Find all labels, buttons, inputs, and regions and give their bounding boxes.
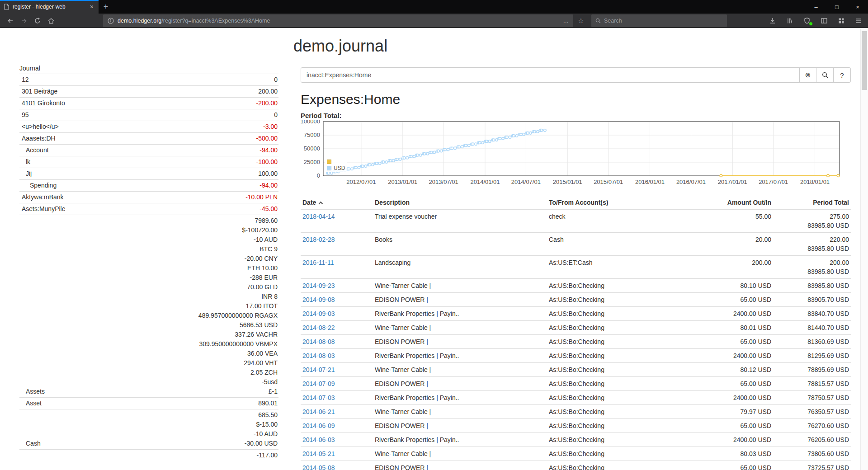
extension-icon[interactable] <box>801 15 813 27</box>
date-link[interactable]: 2014-09-08 <box>302 296 335 303</box>
query-input[interactable] <box>301 67 799 83</box>
extension-badge <box>809 22 813 26</box>
download-icon[interactable] <box>767 15 778 27</box>
close-button[interactable]: × <box>847 0 868 14</box>
minimize-button[interactable]: – <box>806 0 826 14</box>
date-link[interactable]: 2018-04-14 <box>302 213 335 220</box>
date-link[interactable]: 2014-08-03 <box>302 352 335 359</box>
table-row: 2018-02-28BooksCash20.00220.0083985.80 U… <box>301 233 851 256</box>
reload-icon[interactable] <box>31 14 44 27</box>
account-link[interactable]: 95 <box>22 111 29 118</box>
home-icon[interactable] <box>44 14 58 27</box>
date-link[interactable]: 2014-07-03 <box>302 394 335 401</box>
forward-icon[interactable] <box>17 14 31 27</box>
account-heading: Expenses:Home <box>301 92 851 107</box>
account-balance: -94.00 <box>114 145 278 156</box>
account-row: Aaasets:DH-500.00 <box>19 133 278 145</box>
accounts-sidebar: Journal 120301 Beiträge200.004101 Giroko… <box>19 64 278 470</box>
page-actions-icon[interactable]: … <box>563 18 569 24</box>
library-icon[interactable] <box>784 15 796 27</box>
toolbar-right-icons <box>767 15 864 27</box>
site-info-icon[interactable] <box>108 18 114 24</box>
date-link[interactable]: 2014-08-22 <box>302 324 335 331</box>
journal-link[interactable]: Journal <box>19 64 40 74</box>
date-link[interactable]: 2014-07-21 <box>302 366 335 373</box>
date-link[interactable]: 2014-09-03 <box>302 310 335 317</box>
account-link[interactable]: Asets:MunyPile <box>22 205 65 212</box>
svg-text:75000: 75000 <box>304 132 320 138</box>
page-content: demo.journal Journal 120301 Beiträge200.… <box>0 28 860 470</box>
new-tab-button[interactable]: + <box>99 0 113 14</box>
browser-tab[interactable]: register - hledger-web × <box>0 0 99 14</box>
svg-text:25000: 25000 <box>304 159 320 165</box>
column-header-account[interactable]: To/From Account(s) <box>547 196 696 209</box>
svg-text:0: 0 <box>317 172 320 179</box>
svg-text:2015/01/01: 2015/01/01 <box>553 179 582 185</box>
help-button[interactable]: ? <box>834 67 851 83</box>
bookmark-star-icon[interactable]: ☆ <box>575 17 587 25</box>
date-link[interactable]: 2014-06-21 <box>302 408 335 415</box>
account-link[interactable]: Aktywa:mBank <box>22 193 64 201</box>
account-link[interactable]: 12 <box>22 76 29 83</box>
date-link[interactable]: 2014-06-09 <box>302 422 335 429</box>
column-header-amount[interactable]: Amount Out/In <box>696 196 773 209</box>
date-link[interactable]: 2014-09-23 <box>302 282 335 289</box>
maximize-button[interactable]: □ <box>826 0 847 14</box>
page-scrollbar[interactable] <box>860 28 868 470</box>
account-balance: -117.00 <box>114 450 278 461</box>
account-balance: -100.00 <box>114 156 278 168</box>
search-button[interactable] <box>816 67 834 83</box>
url-text: demo.hledger.org/register?q=inacct%3AExp… <box>118 18 270 24</box>
account-balance: 200.00 <box>114 86 278 98</box>
account-link[interactable]: Jij <box>26 170 32 177</box>
account-link[interactable]: <u>hello</u> <box>22 123 59 130</box>
account-link[interactable]: Cash <box>26 440 41 447</box>
svg-text:2018/01/01: 2018/01/01 <box>800 179 830 185</box>
browser-search-field[interactable]: Search <box>591 14 727 27</box>
account-row: -117.00 <box>19 450 278 461</box>
tab-close-icon[interactable]: × <box>89 3 95 10</box>
account-link[interactable]: Spending <box>30 182 57 189</box>
url-bar[interactable]: demo.hledger.org/register?q=inacct%3AExp… <box>103 14 573 27</box>
menu-icon[interactable] <box>853 15 864 27</box>
column-header-date[interactable]: Date <box>301 196 373 209</box>
account-balance: -200.00 <box>114 98 278 109</box>
account-link[interactable]: lk <box>26 158 30 165</box>
clear-query-button[interactable]: ⊗ <box>799 67 816 83</box>
grid-icon[interactable] <box>835 15 847 27</box>
account-link[interactable]: Asset <box>26 400 42 407</box>
tab-bar: register - hledger-web × + – □ × <box>0 0 868 14</box>
account-row: <u>hello</u>-3.00 <box>19 121 278 133</box>
back-icon[interactable] <box>4 14 17 27</box>
account-link[interactable]: 301 Beiträge <box>22 88 57 95</box>
svg-text:50000: 50000 <box>304 145 320 152</box>
account-balance: 7989.60$-100720.00-10 AUDBTC 9-20.00 CNY… <box>114 215 278 398</box>
account-link[interactable]: Aaasets:DH <box>22 135 56 142</box>
column-header-period-total[interactable]: Period Total <box>773 196 851 209</box>
account-balance: -3.00 <box>114 121 278 133</box>
date-link[interactable]: 2014-05-21 <box>302 450 335 457</box>
date-link[interactable]: 2014-07-09 <box>302 380 335 387</box>
sort-asc-icon <box>318 199 323 206</box>
date-link[interactable]: 2018-02-28 <box>302 236 335 243</box>
account-row: Cash685.50$-15.00-10 AUD-30.00 USD <box>19 409 278 450</box>
date-link[interactable]: 2014-06-03 <box>302 436 335 443</box>
magnifier-icon <box>822 72 828 78</box>
account-balance: 685.50$-15.00-10 AUD-30.00 USD <box>114 409 278 450</box>
account-balance: 0 <box>114 109 278 121</box>
account-balance: -500.00 <box>114 133 278 145</box>
date-link[interactable]: 2014-08-08 <box>302 338 335 345</box>
scrollbar-thumb[interactable] <box>862 31 867 90</box>
account-link[interactable]: Assets <box>26 388 45 395</box>
account-link[interactable]: Account <box>26 146 49 154</box>
account-row: Jij100.00 <box>19 168 278 180</box>
account-link[interactable]: 4101 Girokonto <box>22 99 65 107</box>
date-link[interactable]: 2014-05-08 <box>302 464 335 470</box>
table-row: 2014-07-21Wine-Tarner Cable |As:US:Bo:Ch… <box>301 363 851 377</box>
svg-text:2016/01/01: 2016/01/01 <box>635 179 665 185</box>
column-header-description[interactable]: Description <box>373 196 547 209</box>
sidebar-toggle-icon[interactable] <box>818 15 830 27</box>
date-link[interactable]: 2016-11-11 <box>302 259 334 266</box>
account-row: 950 <box>19 109 278 121</box>
account-row: Aktywa:mBank-10.00 PLN <box>19 192 278 203</box>
